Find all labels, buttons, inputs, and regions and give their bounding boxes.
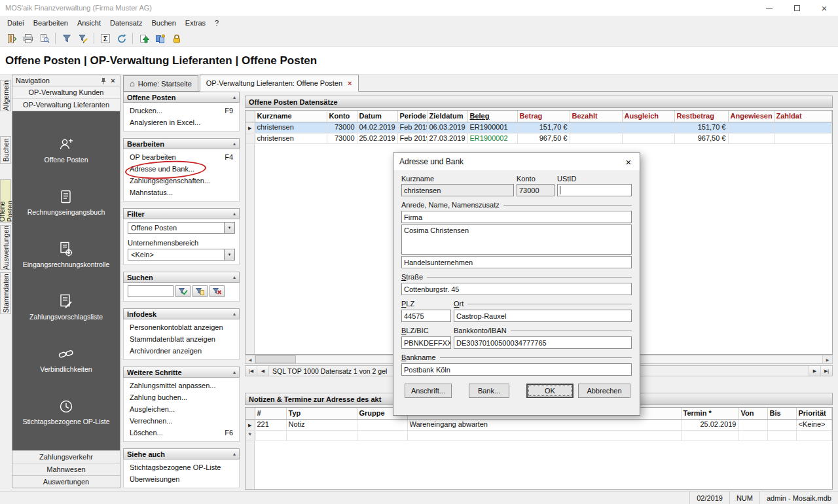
remove-filter-button[interactable] (210, 285, 225, 297)
collapse-icon[interactable]: ▴ (233, 369, 236, 375)
section-header[interactable]: Siehe auch▴ (123, 448, 240, 459)
print-button[interactable] (20, 31, 36, 46)
section-header[interactable]: Suchen▴ (123, 272, 240, 283)
scroll-right-icon[interactable]: ▶ (822, 355, 832, 363)
dock-tab-auswertungen[interactable]: Auswertungen (0, 225, 11, 270)
close-tab-icon[interactable]: × (348, 79, 352, 87)
scrollbar-thumb[interactable] (255, 355, 296, 363)
menu-extras[interactable]: Extras (181, 17, 210, 29)
first-record-button[interactable]: |◀ (246, 366, 257, 376)
menu-bearbeiten[interactable]: Bearbeiten (29, 17, 73, 29)
namenszusatz-field[interactable]: Handelsunternehmen (401, 256, 632, 268)
menu-hilfe[interactable]: ? (210, 17, 223, 29)
col-bezahlt[interactable]: Bezahlt (570, 111, 622, 122)
collapse-icon[interactable]: ▴ (233, 141, 236, 147)
konto-field[interactable]: 73000 (517, 184, 555, 196)
strasse-field[interactable]: Cottenburgstr. 45 (401, 283, 632, 295)
nav-group-op-kunden[interactable]: OP-Verwaltung Kunden (12, 86, 120, 99)
action-verrechnen[interactable]: Verrechnen... (124, 415, 239, 427)
col-nummer[interactable]: # (255, 408, 286, 419)
dock-tab-offene-posten[interactable]: Offene Posten (0, 179, 11, 223)
record-row-1[interactable]: ▶ christensen 73000 04.02.2019 Feb 2019 … (246, 122, 832, 133)
action-mahnstatus[interactable]: Mahnstatus... (124, 187, 239, 198)
col-termin[interactable]: Termin * (681, 408, 738, 419)
col-konto[interactable]: Konto (327, 111, 357, 122)
refresh-button[interactable] (113, 31, 130, 46)
ort-field[interactable]: Castrop-Rauxel (454, 310, 632, 322)
col-typ[interactable]: Typ (286, 408, 357, 419)
col-angewiesen[interactable]: Angewiesen (728, 111, 774, 122)
filter-view-dropdown[interactable]: Offene Posten▾ (128, 222, 235, 234)
scroll-left-icon[interactable]: ◀ (246, 355, 255, 363)
filter-button[interactable] (58, 31, 75, 46)
action-loeschen[interactable]: Löschen...F6 (124, 427, 239, 439)
nav-item-zahlungsverkehr[interactable]: Zahlungsverkehr (12, 450, 120, 463)
action-drucken[interactable]: Drucken...F9 (124, 105, 239, 117)
bank-button[interactable]: Bank... (469, 384, 509, 398)
bankname-field[interactable]: Postbank Köln (401, 363, 632, 376)
pin-icon[interactable] (98, 77, 108, 84)
col-zahldat[interactable]: Zahldat (774, 111, 832, 122)
nav-item-offene-posten[interactable]: Offene Posten (12, 136, 120, 164)
close-button[interactable]: × (811, 0, 838, 16)
collapse-icon[interactable]: ▴ (233, 451, 236, 457)
col-zieldatum[interactable]: Zieldatum (427, 111, 467, 122)
unternehmensbereich-dropdown[interactable]: <Kein>▾ (128, 249, 235, 261)
col-beleg[interactable]: Beleg (467, 111, 517, 122)
nav-item-stichtagsbezogene-op-liste[interactable]: Stichtagsbezogene OP-Liste (12, 398, 120, 425)
action-stichtagsbezogene-op-liste[interactable]: Stichtagsbezogene OP-Liste (124, 461, 239, 473)
dock-tab-stammdaten[interactable]: Stammdaten (0, 272, 11, 314)
section-header[interactable]: Filter▴ (123, 208, 240, 219)
tab-op-verwaltung-lieferanten[interactable]: OP-Verwaltung Lieferanten: Offene Posten… (200, 75, 359, 92)
col-von[interactable]: Von (738, 408, 767, 419)
filter-form-button[interactable] (192, 285, 208, 297)
col-bis[interactable]: Bis (767, 408, 796, 419)
action-ueberweisungen[interactable]: Überweisungen (124, 473, 239, 485)
collapse-icon[interactable]: ▴ (233, 311, 236, 317)
col-prioritaet[interactable]: Priorität (796, 408, 832, 419)
chevron-down-icon[interactable]: ▾ (224, 249, 234, 260)
menu-ansicht[interactable]: Ansicht (73, 17, 105, 29)
apply-filter-button[interactable] (175, 285, 191, 297)
nav-item-eingangsrechnungskontrolle[interactable]: Eingangsrechnungskontrolle (12, 241, 120, 268)
action-archivordner[interactable]: Archivordner anzeigen (124, 345, 239, 357)
lock-button[interactable] (168, 31, 185, 46)
section-header[interactable]: Offene Posten▴ (123, 92, 240, 103)
nav-item-mahnwesen[interactable]: Mahnwesen (12, 463, 120, 475)
bankkonto-iban-field[interactable]: DE30370100500034777765 (454, 336, 632, 349)
collapse-icon[interactable]: ▴ (233, 274, 236, 280)
next-record-button[interactable]: ▶ (809, 366, 820, 376)
action-zahlungsmittel-anpassen[interactable]: Zahlungsmittel anpassen... (124, 380, 239, 391)
record-row-2[interactable]: christensen 73000 25.02.2019 Feb 2019 27… (246, 133, 832, 143)
dialog-close-icon[interactable]: × (617, 153, 640, 170)
close-panel-icon[interactable]: × (108, 77, 118, 84)
abbrechen-button[interactable]: Abbrechen (578, 384, 630, 398)
section-header[interactable]: Bearbeiten▴ (123, 138, 240, 149)
action-stammdatenblatt[interactable]: Stammdatenblatt anzeigen (124, 333, 239, 345)
collapse-icon[interactable]: ▴ (233, 94, 236, 100)
menu-datensatz[interactable]: Datensatz (105, 17, 147, 29)
dock-tab-allgemein[interactable]: Allgemein (0, 80, 11, 111)
note-new-row[interactable]: * (246, 430, 832, 441)
anrede-field[interactable]: Firma (401, 211, 632, 223)
collapse-icon[interactable]: ▴ (233, 211, 236, 217)
maximize-button[interactable] (783, 0, 811, 16)
nav-item-rechnungseingangsbuch[interactable]: Rechnungseingangsbuch (12, 189, 120, 216)
name-field[interactable]: Cosima Christensen (401, 225, 632, 255)
col-restbetrag[interactable]: Restbetrag (674, 111, 728, 122)
ustid-field[interactable] (557, 184, 632, 196)
exit-button[interactable] (3, 31, 20, 46)
anschrift-button[interactable]: Anschrift... (405, 384, 452, 398)
action-ausgleichen[interactable]: Ausgleichen... (124, 403, 239, 415)
search-input[interactable] (128, 285, 173, 297)
tab-home-startseite[interactable]: ⌂ Home: Startseite (123, 75, 198, 91)
sum-button[interactable]: Σ (97, 31, 113, 46)
chevron-down-icon[interactable]: ▾ (224, 223, 234, 233)
col-ausgleich[interactable]: Ausgleich (622, 111, 674, 122)
action-personenkontoblatt[interactable]: Personenkontoblatt anzeigen (124, 321, 239, 333)
nav-item-zahlungsvorschlagsliste[interactable]: Zahlungsvorschlagsliste (12, 293, 120, 321)
nav-item-auswertungen[interactable]: Auswertungen (12, 475, 120, 488)
post-button[interactable] (136, 31, 152, 46)
kurzname-field[interactable]: christensen (401, 184, 514, 196)
col-betrag[interactable]: Betrag (517, 111, 570, 122)
